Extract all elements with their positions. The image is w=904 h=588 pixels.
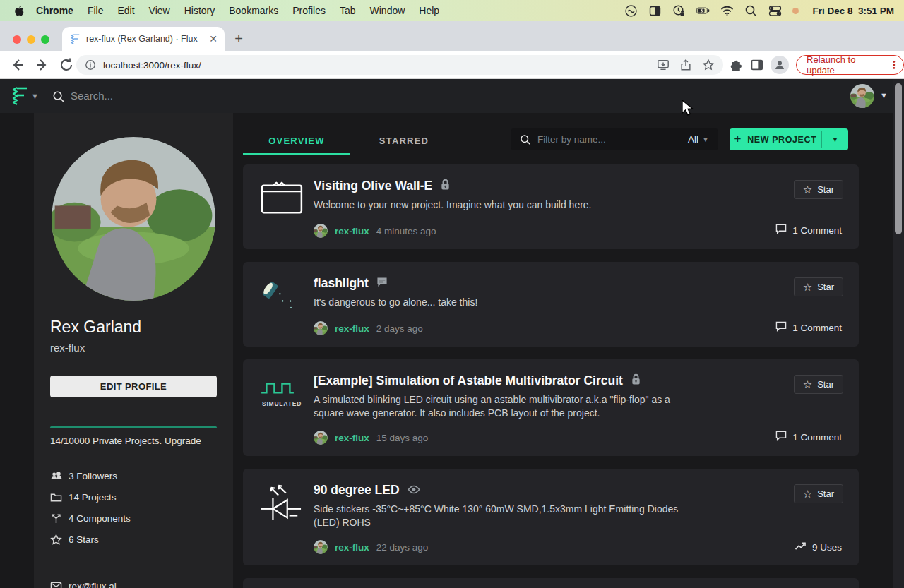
project-title[interactable]: 90 degree LED bbox=[314, 483, 400, 498]
new-tab-button[interactable]: + bbox=[232, 32, 246, 47]
side-panel-icon[interactable] bbox=[750, 58, 764, 72]
filter-scope-caret-icon[interactable]: ▼ bbox=[702, 136, 709, 143]
site-info-icon[interactable] bbox=[85, 59, 96, 71]
star-button[interactable]: ☆ Star bbox=[794, 277, 843, 296]
project-card-partial[interactable] bbox=[243, 578, 859, 588]
tab-close-icon[interactable]: ✕ bbox=[209, 33, 218, 44]
extensions-icon[interactable] bbox=[729, 58, 743, 72]
project-card[interactable]: Visiting Olive Wall-E Welcome to your ne… bbox=[243, 164, 859, 249]
menu-item[interactable]: Window bbox=[370, 5, 405, 16]
project-card[interactable]: SIMULATED [Example] Simulation of Astabl… bbox=[243, 359, 859, 456]
minimize-window-button[interactable] bbox=[27, 35, 35, 44]
relaunch-to-update-button[interactable]: Relaunch to update bbox=[796, 55, 904, 75]
profile-username: rex-flux bbox=[50, 342, 85, 354]
author-link[interactable]: rex-flux bbox=[335, 542, 369, 553]
install-icon[interactable] bbox=[657, 59, 670, 71]
menu-item[interactable]: Bookmarks bbox=[229, 5, 278, 16]
project-card[interactable]: 90 degree LED Side stickers -35°C~+85°C … bbox=[243, 469, 859, 565]
project-title[interactable]: Visiting Olive Wall-E bbox=[314, 179, 432, 193]
logo-menu-caret-icon[interactable]: ▼ bbox=[31, 92, 39, 100]
lock-icon bbox=[440, 179, 451, 191]
control-center-icon[interactable] bbox=[768, 4, 782, 18]
filter-scope-value[interactable]: All bbox=[688, 134, 698, 145]
tab-starred[interactable]: STARRED bbox=[350, 126, 458, 155]
filter-input[interactable] bbox=[537, 134, 688, 145]
stat-label: 14 Projects bbox=[69, 492, 117, 503]
profile-email[interactable]: rex@flux.ai bbox=[50, 580, 117, 588]
page-scrollbar-thumb[interactable] bbox=[895, 83, 902, 234]
sidebar-stat-followers[interactable]: 3 Followers bbox=[50, 470, 131, 482]
star-button[interactable]: ☆ Star bbox=[794, 180, 843, 199]
author-avatar[interactable] bbox=[314, 431, 328, 445]
star-icon: ☆ bbox=[803, 184, 812, 195]
author-link[interactable]: rex-flux bbox=[335, 323, 369, 334]
project-badge bbox=[440, 179, 451, 193]
menu-bar-items: FileEditViewHistoryBookmarksProfilesTabW… bbox=[88, 5, 453, 16]
project-title[interactable]: flashlight bbox=[314, 276, 369, 291]
project-card[interactable]: flashlight It's dangerous to go alone...… bbox=[243, 262, 859, 347]
menu-item[interactable]: History bbox=[184, 5, 215, 16]
project-meta: rex-flux 22 days ago bbox=[314, 540, 428, 554]
account-menu-caret-icon[interactable]: ▼ bbox=[880, 91, 888, 100]
project-stats[interactable]: 1 Comment bbox=[775, 224, 842, 236]
menu-item[interactable]: View bbox=[149, 5, 170, 16]
browser-tab[interactable]: rex-flux (Rex Garland) · Flux ✕ bbox=[62, 27, 225, 51]
sidebar-stat-stars[interactable]: 6 Stars bbox=[50, 534, 131, 546]
stat-label: 4 Components bbox=[69, 513, 131, 524]
apple-icon[interactable] bbox=[14, 5, 25, 17]
menu-item[interactable]: File bbox=[88, 5, 104, 16]
author-link[interactable]: rex-flux bbox=[335, 226, 369, 236]
menu-bar-clock[interactable]: Fri Dec 8 3:51 PM bbox=[812, 6, 894, 16]
author-avatar[interactable] bbox=[314, 321, 328, 335]
menu-item[interactable]: Edit bbox=[117, 5, 134, 16]
screen-time-icon[interactable] bbox=[672, 4, 686, 18]
star-label: Star bbox=[817, 184, 834, 195]
header-avatar[interactable] bbox=[850, 84, 874, 108]
project-title[interactable]: [Example] Simulation of Astable Multivib… bbox=[314, 373, 623, 388]
star-button[interactable]: ☆ Star bbox=[794, 484, 843, 503]
new-project-caret-icon[interactable]: ▼ bbox=[822, 128, 848, 150]
project-description: Side stickers -35°C~+85°C White 130° 60m… bbox=[314, 503, 686, 529]
author-link[interactable]: rex-flux bbox=[335, 433, 369, 443]
profile-photo bbox=[52, 137, 215, 301]
updated-time: 4 minutes ago bbox=[376, 226, 436, 236]
relaunch-menu-icon[interactable] bbox=[889, 59, 899, 71]
address-bar[interactable]: localhost:3000/rex-flux/ bbox=[76, 55, 723, 75]
menu-item[interactable]: Help bbox=[419, 5, 439, 16]
zoom-window-button[interactable] bbox=[41, 35, 49, 44]
author-avatar[interactable] bbox=[314, 224, 328, 238]
project-stats[interactable]: 1 Comment bbox=[775, 321, 842, 334]
flux-logo[interactable] bbox=[10, 85, 28, 107]
wifi-icon[interactable] bbox=[720, 4, 734, 18]
reload-icon[interactable] bbox=[58, 56, 75, 73]
sidebar-stat-components[interactable]: 4 Components bbox=[50, 512, 131, 524]
bookmark-star-icon[interactable] bbox=[702, 59, 715, 71]
close-window-button[interactable] bbox=[13, 35, 21, 44]
new-project-button[interactable]: +NEW PROJECT ▼ bbox=[730, 128, 848, 150]
battery-icon[interactable] bbox=[696, 4, 710, 18]
browser-profile-icon[interactable] bbox=[771, 56, 789, 74]
filter-box[interactable]: All ▼ bbox=[511, 128, 718, 150]
email-text: rex@flux.ai bbox=[69, 581, 117, 588]
menubar-app-icon[interactable] bbox=[624, 4, 638, 18]
menu-item[interactable]: Tab bbox=[340, 5, 356, 16]
project-stats[interactable]: 9 Uses bbox=[795, 541, 842, 553]
spotlight-icon[interactable] bbox=[744, 4, 758, 18]
project-badge bbox=[631, 373, 641, 388]
project-stats[interactable]: 1 Comment bbox=[775, 431, 842, 443]
author-avatar[interactable] bbox=[314, 540, 328, 554]
menu-app-name[interactable]: Chrome bbox=[36, 5, 73, 16]
share-icon[interactable] bbox=[679, 59, 692, 71]
back-icon[interactable] bbox=[8, 56, 25, 73]
sidebar-stat-projects[interactable]: 14 Projects bbox=[50, 491, 131, 503]
forward-icon[interactable] bbox=[34, 56, 51, 73]
edit-profile-button[interactable]: EDIT PROFILE bbox=[50, 376, 217, 397]
menu-item[interactable]: Profiles bbox=[292, 5, 326, 16]
project-stat-text: 1 Comment bbox=[792, 432, 842, 443]
star-button[interactable]: ☆ Star bbox=[794, 375, 843, 394]
url-text: localhost:3000/rex-flux/ bbox=[103, 60, 647, 71]
tab-overview[interactable]: OVERVIEW bbox=[243, 126, 350, 155]
upgrade-link[interactable]: Upgrade bbox=[165, 436, 201, 446]
display-icon[interactable] bbox=[648, 4, 662, 18]
search-input[interactable] bbox=[71, 86, 424, 104]
